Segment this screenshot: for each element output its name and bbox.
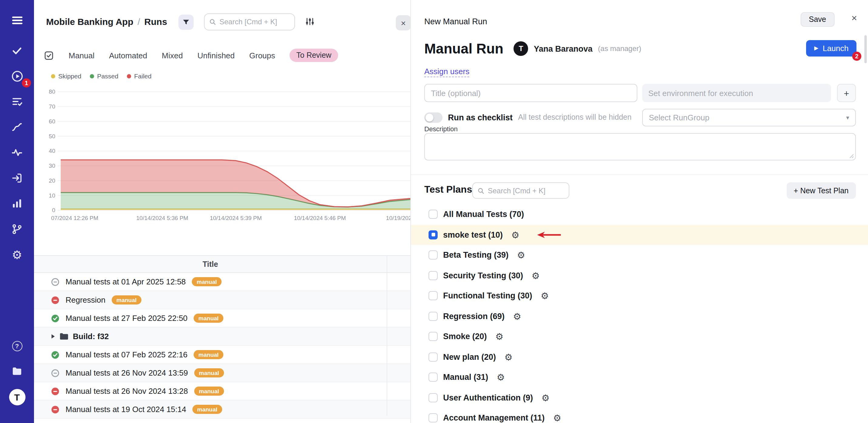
breadcrumb-project[interactable]: Mobile Banking App bbox=[46, 17, 133, 27]
plan-gear-button[interactable]: ⚙ bbox=[504, 352, 513, 362]
test-plan-row[interactable]: smoke test (10) ⚙ bbox=[411, 225, 868, 245]
plan-checkbox[interactable] bbox=[429, 271, 438, 280]
tab-automated[interactable]: Automated bbox=[109, 51, 147, 60]
plan-gear-button[interactable]: ⚙ bbox=[553, 414, 561, 423]
help-button[interactable]: ? bbox=[7, 336, 27, 356]
plan-checkbox[interactable] bbox=[429, 230, 438, 239]
run-as-checklist-toggle[interactable] bbox=[424, 112, 442, 122]
plan-checkbox[interactable] bbox=[429, 393, 438, 402]
test-plans-search-input[interactable] bbox=[488, 186, 564, 195]
plan-label: Regression (69) bbox=[443, 312, 505, 321]
rungroup-select[interactable]: Select RunGroup ▾ bbox=[642, 109, 856, 126]
runs-nav-button[interactable]: 1 bbox=[7, 66, 27, 86]
test-plan-row[interactable]: Beta Testing (39) ⚙ bbox=[411, 245, 868, 265]
plan-gear-button[interactable]: ⚙ bbox=[512, 230, 520, 239]
plan-gear-button[interactable]: ⚙ bbox=[497, 373, 505, 382]
analytics-nav-button[interactable] bbox=[7, 193, 27, 214]
runs-list-nav-button[interactable] bbox=[7, 91, 27, 112]
add-environment-button[interactable]: + bbox=[837, 84, 856, 102]
plan-gear-button[interactable]: ⚙ bbox=[495, 332, 503, 341]
plan-checkbox[interactable] bbox=[429, 251, 438, 260]
tab-to-review[interactable]: To Review bbox=[290, 49, 338, 62]
settings-nav-button[interactable]: ⚙ bbox=[7, 244, 27, 265]
launch-button[interactable]: ▶ Launch 2 bbox=[806, 40, 857, 57]
folder-title: Build: f32 bbox=[73, 332, 108, 341]
panel-close-button[interactable]: × bbox=[396, 15, 411, 30]
tab-groups[interactable]: Groups bbox=[249, 51, 275, 60]
sign-in-nav-button[interactable] bbox=[7, 168, 27, 189]
pulse-nav-button[interactable] bbox=[7, 142, 27, 163]
logo-icon: T bbox=[9, 389, 25, 405]
filter-settings-button[interactable] bbox=[305, 17, 314, 28]
plan-gear-button[interactable]: ⚙ bbox=[541, 291, 549, 301]
menu-button[interactable] bbox=[7, 10, 27, 30]
resize-handle-icon[interactable] bbox=[849, 154, 854, 159]
test-plan-row[interactable]: Regression (69) ⚙ bbox=[411, 306, 868, 327]
run-play-icon bbox=[11, 69, 23, 82]
test-plan-row[interactable]: New plan (20) ⚙ bbox=[411, 347, 868, 367]
plan-gear-button[interactable]: ⚙ bbox=[532, 271, 540, 280]
chart-legend: SkippedPassedFailed bbox=[51, 72, 151, 80]
test-plan-row[interactable]: Account Management (11) ⚙ bbox=[411, 408, 868, 423]
test-plan-row[interactable]: Functional Testing (30) ⚙ bbox=[411, 286, 868, 306]
plan-checkbox[interactable] bbox=[429, 332, 438, 341]
caret-icon[interactable] bbox=[51, 334, 55, 339]
scrollbar-thumb[interactable] bbox=[864, 35, 867, 63]
app-logo-button[interactable]: T bbox=[7, 387, 27, 407]
test-plan-row[interactable]: User Authentication (9) ⚙ bbox=[411, 388, 868, 408]
plan-checkbox[interactable] bbox=[429, 373, 438, 382]
table-folder-row[interactable]: Build: f32 bbox=[34, 328, 411, 346]
plan-gear-button[interactable]: ⚙ bbox=[541, 393, 550, 402]
column-title: Title bbox=[34, 260, 386, 268]
plan-checkbox[interactable] bbox=[429, 414, 438, 423]
table-row[interactable]: Manual tests at 26 Nov 2024 13:28 manual bbox=[34, 382, 411, 400]
select-all-icon[interactable] bbox=[44, 50, 54, 60]
projects-button[interactable] bbox=[7, 361, 27, 382]
description-textarea[interactable] bbox=[424, 133, 856, 161]
plan-label: New plan (20) bbox=[443, 352, 496, 362]
runs-search-input[interactable] bbox=[219, 18, 289, 26]
plan-gear-button[interactable]: ⚙ bbox=[517, 251, 525, 260]
legend-item[interactable]: Skipped bbox=[51, 72, 81, 80]
test-plan-row[interactable]: Manual (31) ⚙ bbox=[411, 367, 868, 388]
manual-badge: manual bbox=[194, 350, 224, 359]
table-row[interactable]: Manual tests at 26 Nov 2024 13:59 manual bbox=[34, 364, 411, 382]
filter-button[interactable] bbox=[179, 15, 194, 30]
test-plan-row[interactable]: Smoke (20) ⚙ bbox=[411, 327, 868, 347]
table-row[interactable]: Manual tests at 27 Feb 2025 22:50 manual bbox=[34, 309, 411, 328]
tasks-nav-button[interactable] bbox=[7, 40, 27, 61]
run-title: Manual tests at 26 Nov 2024 13:28 bbox=[66, 387, 188, 396]
svg-text:50: 50 bbox=[49, 133, 55, 139]
panel-close-button[interactable]: × bbox=[851, 13, 857, 24]
assign-users-link[interactable]: Assign users bbox=[424, 67, 469, 77]
plan-gear-button[interactable]: ⚙ bbox=[513, 312, 521, 321]
run-title: Manual tests at 07 Feb 2025 22:16 bbox=[66, 350, 188, 359]
table-row[interactable]: Regression manual bbox=[34, 291, 411, 309]
svg-text:10/14/2024 5:39 PM: 10/14/2024 5:39 PM bbox=[210, 215, 261, 221]
plan-checkbox[interactable] bbox=[429, 291, 438, 301]
trends-nav-button[interactable] bbox=[7, 117, 27, 137]
manual-badge: manual bbox=[192, 405, 222, 414]
tab-unfinished[interactable]: Unfinished bbox=[197, 51, 235, 60]
table-row[interactable]: Manual tests at 07 Feb 2025 22:16 manual bbox=[34, 346, 411, 364]
new-test-plan-button[interactable]: + New Test Plan bbox=[786, 182, 856, 199]
table-row[interactable]: Manual tests at 19 Oct 2024 15:14 manual bbox=[34, 400, 411, 419]
plan-checkbox[interactable] bbox=[429, 210, 438, 219]
test-plan-row[interactable]: Security Testing (30) ⚙ bbox=[411, 265, 868, 286]
save-button[interactable]: Save bbox=[800, 12, 835, 27]
plan-checkbox[interactable] bbox=[429, 312, 438, 321]
manual-badge: manual bbox=[192, 277, 222, 286]
breadcrumb-current[interactable]: Runs bbox=[145, 17, 167, 27]
legend-item[interactable]: Failed bbox=[127, 72, 151, 80]
run-title-input[interactable] bbox=[424, 84, 637, 102]
tab-mixed[interactable]: Mixed bbox=[162, 51, 183, 60]
table-row[interactable]: Manual tests at 01 Apr 2025 12:58 manual bbox=[34, 273, 411, 291]
plan-checkbox[interactable] bbox=[429, 352, 438, 362]
tab-manual[interactable]: Manual bbox=[69, 51, 94, 60]
legend-item[interactable]: Passed bbox=[90, 72, 118, 80]
legend-dot-icon bbox=[127, 74, 131, 78]
test-plan-row[interactable]: All Manual Tests (70) bbox=[411, 204, 868, 225]
environment-input[interactable] bbox=[642, 84, 831, 102]
legend-dot-icon bbox=[90, 74, 94, 78]
branches-nav-button[interactable] bbox=[7, 219, 27, 239]
